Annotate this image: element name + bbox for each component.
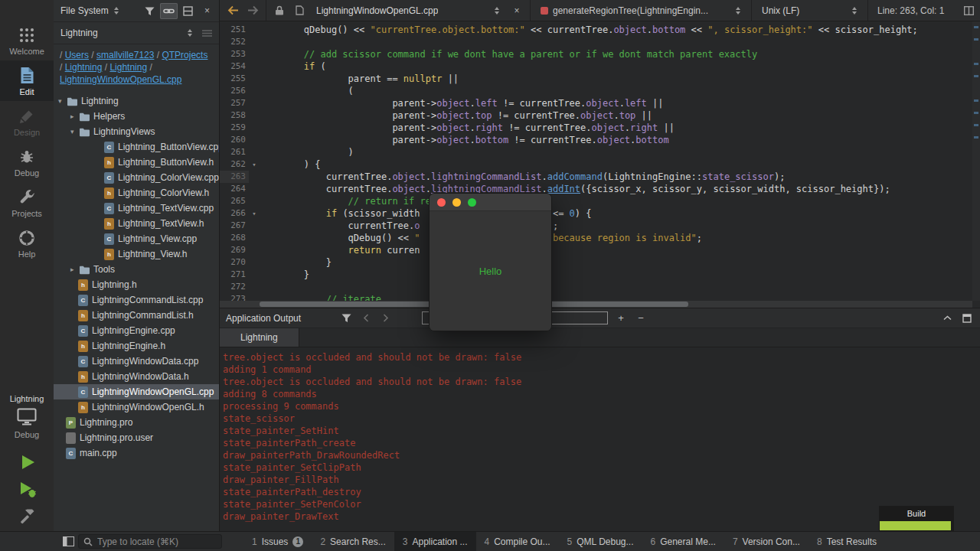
- collapse-panel-icon[interactable]: [940, 315, 954, 321]
- tree-item[interactable]: CLightning_ButtonView.cpp: [54, 139, 219, 155]
- hello-app-window[interactable]: Hello: [429, 193, 552, 331]
- breadcrumb-link[interactable]: Users: [65, 50, 89, 60]
- code-text[interactable]: currentTree.object.lightningCommandList.…: [260, 183, 890, 195]
- tree-item[interactable]: hLightning_TextView.h: [54, 216, 219, 231]
- code-text[interactable]: ) {: [260, 158, 320, 171]
- breadcrumb-link[interactable]: QTProjects: [162, 50, 207, 60]
- output-pane-button-7[interactable]: 7Version Con...: [724, 532, 808, 551]
- tree-item[interactable]: ▸Helpers: [54, 109, 219, 124]
- locator-field[interactable]: Type to locate (⌘K): [78, 534, 222, 549]
- code-text[interactable]: ): [260, 146, 354, 158]
- sync-with-editor-icon[interactable]: [160, 3, 178, 19]
- fold-marker-icon[interactable]: ▾: [249, 207, 260, 220]
- mode-debug[interactable]: Debug: [0, 142, 54, 182]
- tree-item[interactable]: hLightning.h: [54, 277, 219, 292]
- output-pane-button-6[interactable]: 6General Me...: [642, 532, 724, 551]
- mode-projects[interactable]: Projects: [0, 182, 54, 223]
- prev-item-icon[interactable]: [359, 314, 373, 322]
- code-text[interactable]: parent->object.bottom != currentTree.obj…: [260, 134, 669, 146]
- output-pane-button-1[interactable]: 1Issues1: [243, 532, 312, 551]
- code-text[interactable]: // return if regi: [260, 195, 442, 207]
- breadcrumb-link[interactable]: Lightning: [109, 62, 147, 73]
- tree-expand-arrow-icon[interactable]: ▸: [70, 266, 79, 273]
- tree-item[interactable]: CLightningEngine.cpp: [54, 323, 219, 338]
- toggle-sidebar-icon[interactable]: [61, 532, 75, 551]
- maximize-panel-icon[interactable]: [960, 314, 974, 323]
- close-traffic-light-icon[interactable]: [437, 198, 446, 207]
- tree-expand-arrow-icon[interactable]: ▸: [70, 112, 79, 120]
- code-editor[interactable]: 251 qDebug() << "currentTree.object.bott…: [220, 21, 980, 308]
- output-tab-lightning[interactable]: Lightning: [220, 328, 299, 347]
- breadcrumb-link[interactable]: LightningWindowOpenGL.cpp: [60, 74, 181, 85]
- tree-item[interactable]: hLightningWindowOpenGL.h: [54, 399, 219, 415]
- options-menu-icon[interactable]: [198, 25, 216, 41]
- code-text[interactable]: currentTree.object.lightningCommandList.…: [260, 171, 785, 183]
- tree-item[interactable]: hLightning_View.h: [54, 246, 219, 262]
- forward-icon[interactable]: [246, 5, 260, 15]
- next-item-icon[interactable]: [379, 314, 393, 322]
- tree-item[interactable]: CLightning_View.cpp: [54, 231, 219, 246]
- open-document-selector[interactable]: LightningWindowOpenGL.cpp: [312, 2, 504, 18]
- tree-item[interactable]: CLightningWindowOpenGL.cpp: [54, 384, 219, 399]
- breadcrumb-link[interactable]: smallville7123: [96, 50, 154, 60]
- pane-selector[interactable]: File System: [57, 3, 123, 19]
- code-text[interactable]: return curren: [260, 244, 420, 256]
- tree-item[interactable]: hLightning_ButtonView.h: [54, 155, 219, 170]
- console-output[interactable]: tree.object is occluded and should not b…: [220, 347, 980, 531]
- mode-design[interactable]: Design: [0, 101, 54, 142]
- back-icon[interactable]: [226, 5, 240, 15]
- build-button[interactable]: [18, 504, 36, 527]
- close-document-icon[interactable]: ×: [510, 6, 524, 15]
- output-pane-button-3[interactable]: 3Application ...: [394, 532, 476, 551]
- tree-item[interactable]: CLightningCommandList.cpp: [54, 292, 219, 308]
- output-pane-button-2[interactable]: 2Search Res...: [312, 532, 394, 551]
- zoom-traffic-light-icon[interactable]: [468, 198, 476, 207]
- breadcrumb-link[interactable]: Lightning: [65, 62, 103, 73]
- zoom-out-icon[interactable]: −: [634, 313, 648, 323]
- hello-window-titlebar[interactable]: [430, 194, 551, 211]
- run-button[interactable]: [16, 451, 38, 474]
- tree-item[interactable]: hLightningWindowData.h: [54, 369, 219, 384]
- debug-run-button[interactable]: [16, 478, 38, 500]
- tree-item[interactable]: hLightningEngine.h: [54, 338, 219, 354]
- filter-output-icon[interactable]: [339, 313, 353, 323]
- tree-item[interactable]: CLightning_TextView.cpp: [54, 201, 219, 216]
- code-text[interactable]: parent->object.left != currentTree.objec…: [260, 97, 663, 109]
- root-selector[interactable]: Lightning: [57, 25, 197, 41]
- mode-welcome[interactable]: Welcome: [0, 20, 54, 60]
- tree-item[interactable]: Lightning.pro.user: [54, 430, 219, 445]
- file-drag-icon[interactable]: [292, 5, 306, 15]
- code-text[interactable]: }: [260, 256, 332, 269]
- close-panel-icon[interactable]: ×: [198, 3, 216, 19]
- tree-item[interactable]: Cmain.cpp: [54, 445, 219, 461]
- tree-item[interactable]: ▾Lightning: [54, 93, 219, 109]
- filter-icon[interactable]: [141, 3, 158, 19]
- code-text[interactable]: if (: [260, 60, 326, 73]
- tree-item[interactable]: ▾LightningViews: [54, 124, 219, 139]
- tree-collapse-arrow-icon[interactable]: ▾: [58, 97, 67, 105]
- minimize-traffic-light-icon[interactable]: [452, 198, 461, 207]
- tree-item[interactable]: hLightningCommandList.h: [54, 308, 219, 323]
- symbol-selector[interactable]: generateRegionTree(LightningEngin...: [537, 2, 745, 18]
- output-pane-button-8[interactable]: 8Test Results: [808, 532, 885, 551]
- code-text[interactable]: (: [260, 85, 354, 97]
- code-text[interactable]: parent->object.right != currentTree.obje…: [260, 122, 675, 134]
- tree-item[interactable]: hLightning_ColorView.h: [54, 185, 219, 201]
- output-pane-button-4[interactable]: 4Compile Ou...: [476, 532, 559, 551]
- code-text[interactable]: qDebug() << "currentTree.object.bottom:"…: [260, 24, 918, 36]
- zoom-in-icon[interactable]: +: [614, 313, 628, 323]
- tree-item[interactable]: PLightning.pro: [54, 415, 219, 430]
- fold-marker-icon[interactable]: ▾: [249, 158, 260, 171]
- mode-edit[interactable]: Edit: [0, 60, 54, 101]
- code-text[interactable]: parent == nullptr ||: [260, 73, 459, 85]
- mode-help[interactable]: Help: [0, 223, 54, 263]
- split-panel-icon[interactable]: [179, 3, 197, 19]
- tree-collapse-arrow-icon[interactable]: ▾: [70, 128, 79, 135]
- split-editor-icon[interactable]: [962, 6, 975, 15]
- tree-item[interactable]: ▸Tools: [54, 262, 219, 277]
- code-text[interactable]: }: [260, 269, 309, 281]
- horizontal-scrollbar[interactable]: [220, 301, 972, 308]
- code-text[interactable]: parent->object.top != currentTree.object…: [260, 109, 652, 122]
- tree-item[interactable]: CLightningWindowData.cpp: [54, 354, 219, 369]
- tree-item[interactable]: CLightning_ColorView.cpp: [54, 170, 219, 185]
